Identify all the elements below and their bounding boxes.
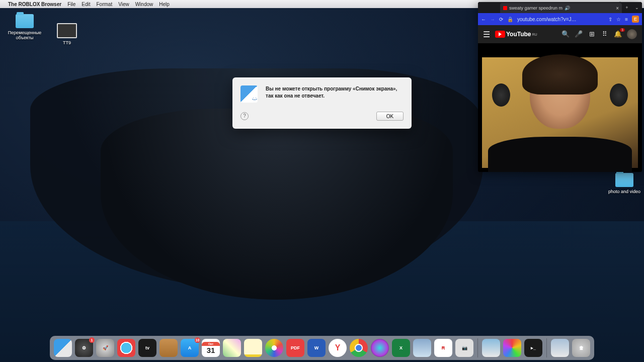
browser-tab[interactable]: sweaty gamer speedrun m 🔊 × bbox=[500, 3, 622, 13]
reload-button[interactable]: ⟳ bbox=[499, 17, 503, 22]
profile-badge[interactable]: E bbox=[632, 16, 639, 23]
dock-maps[interactable] bbox=[223, 339, 241, 357]
youtube-header: ☰ YouTubeRU 🔍 🎤 ⊞ ⠿ 🔔3 bbox=[478, 25, 642, 43]
search-icon[interactable]: 🔍 bbox=[561, 30, 570, 38]
dock-pdf[interactable]: PDF bbox=[286, 339, 304, 357]
dock-downloads[interactable] bbox=[551, 339, 569, 357]
browser-window[interactable]: sweaty gamer speedrun m 🔊 × + ⌄ ← → ⟳ 🔒 … bbox=[478, 2, 642, 172]
apps-icon[interactable]: ⠿ bbox=[601, 30, 609, 38]
ok-button[interactable]: OK bbox=[376, 112, 404, 121]
tab-bar: sweaty gamer speedrun m 🔊 × + ⌄ bbox=[478, 2, 642, 13]
youtube-logo[interactable]: YouTubeRU bbox=[495, 31, 537, 38]
tab-title: sweaty gamer speedrun m bbox=[509, 6, 562, 11]
back-button[interactable]: ← bbox=[481, 17, 486, 22]
dock-recent-1[interactable] bbox=[482, 339, 500, 357]
alert-dialog: Вы не можете открыть программу «Снимок э… bbox=[232, 77, 412, 129]
dock-appletv[interactable]: tv bbox=[138, 339, 156, 357]
dock-finder[interactable] bbox=[54, 339, 72, 357]
menu-format[interactable]: Format bbox=[97, 2, 113, 7]
headphones-icon bbox=[610, 83, 628, 107]
dock-launchpad[interactable]: 🚀 bbox=[96, 339, 114, 357]
tab-close-icon[interactable]: × bbox=[616, 6, 619, 11]
menu-file[interactable]: File bbox=[67, 2, 75, 7]
dock-photos[interactable] bbox=[265, 339, 283, 357]
hamburger-icon[interactable]: ☰ bbox=[483, 30, 490, 39]
dock-preview[interactable] bbox=[413, 339, 431, 357]
dock-trash[interactable]: 🗑 bbox=[572, 339, 590, 357]
create-icon[interactable]: ⊞ bbox=[588, 30, 596, 38]
desktop-icon-label: TT9 bbox=[49, 40, 85, 45]
desktop-icon-label: photo and video bbox=[607, 189, 642, 194]
folder-icon bbox=[16, 14, 34, 28]
dock-terminal[interactable]: ▸_ bbox=[524, 339, 542, 357]
dialog-message: Вы не можете открыть программу «Снимок э… bbox=[266, 85, 404, 103]
dock-calendar[interactable]: Окт31 bbox=[202, 339, 220, 357]
lock-icon: 🔒 bbox=[507, 17, 513, 22]
toolbar: ← → ⟳ 🔒 youtube.com/watch?v=J… ⇪ ☆ ≡ E bbox=[478, 13, 642, 25]
dock-notes[interactable] bbox=[244, 339, 262, 357]
dock-appstore[interactable]: A10 bbox=[181, 339, 199, 357]
youtube-favicon-icon bbox=[503, 6, 507, 10]
desktop-app-tt9[interactable]: TT9 bbox=[49, 23, 85, 45]
play-icon bbox=[495, 31, 505, 38]
forward-button[interactable]: → bbox=[490, 17, 495, 22]
desktop-folder-photo[interactable]: photo and video bbox=[607, 173, 642, 194]
avatar[interactable] bbox=[627, 29, 637, 39]
dock-separator bbox=[546, 338, 547, 357]
dock-chrome[interactable] bbox=[350, 339, 368, 357]
desktop-folder-moved[interactable]: Перемещенные объекты bbox=[7, 14, 42, 40]
dock-word[interactable]: W bbox=[307, 339, 326, 357]
address-bar[interactable]: youtube.com/watch?v=J… bbox=[517, 17, 604, 22]
notifications-icon[interactable]: 🔔3 bbox=[614, 30, 622, 38]
dock-safari[interactable] bbox=[117, 339, 135, 357]
dock-siri[interactable] bbox=[371, 339, 389, 357]
dock-recent-2[interactable] bbox=[503, 339, 521, 357]
dock-screenshot[interactable]: 📷 bbox=[455, 339, 473, 357]
dock: ⚙1 🚀 tv A10 Окт31 PDF W Y X R 📷 ▸_ 🗑 bbox=[50, 336, 594, 360]
dock-excel[interactable]: X bbox=[392, 339, 410, 357]
menu-view[interactable]: View bbox=[118, 2, 129, 7]
headphones-icon bbox=[492, 83, 510, 107]
dock-settings[interactable]: ⚙1 bbox=[75, 339, 93, 357]
tab-audio-icon[interactable]: 🔊 bbox=[565, 6, 570, 11]
share-icon[interactable]: ⇪ bbox=[608, 17, 612, 22]
video-player[interactable] bbox=[478, 53, 642, 172]
menu-edit[interactable]: Edit bbox=[82, 2, 90, 7]
menu-window[interactable]: Window bbox=[135, 2, 153, 7]
dock-roblox[interactable]: R bbox=[434, 339, 452, 357]
reader-icon[interactable]: ≡ bbox=[625, 17, 628, 22]
new-tab-button[interactable]: + bbox=[622, 2, 632, 13]
tabs-dropdown-icon[interactable]: ⌄ bbox=[632, 2, 642, 13]
folder-icon bbox=[615, 173, 633, 187]
app-name[interactable]: The ROBLOX Browser bbox=[8, 2, 61, 7]
desktop-icon-label: Перемещенные объекты bbox=[7, 30, 42, 40]
menu-help[interactable]: Help bbox=[159, 2, 170, 7]
dock-separator bbox=[477, 338, 478, 357]
help-button[interactable]: ? bbox=[240, 112, 249, 120]
dock-contacts[interactable] bbox=[159, 339, 178, 357]
terminal-icon bbox=[57, 23, 77, 38]
mic-icon[interactable]: 🎤 bbox=[575, 30, 583, 38]
dock-yandex[interactable]: Y bbox=[329, 339, 347, 357]
bookmark-icon[interactable]: ☆ bbox=[616, 17, 621, 22]
finder-icon bbox=[240, 85, 258, 103]
